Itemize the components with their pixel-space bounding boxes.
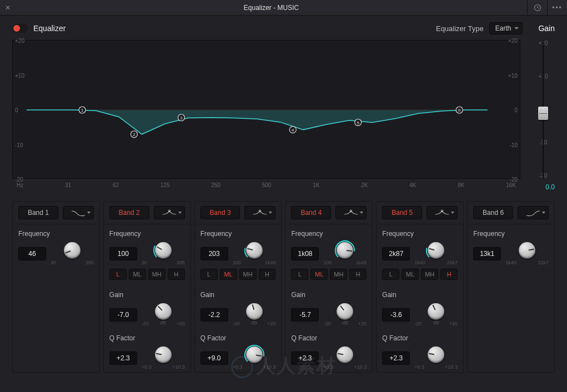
range-button-MH[interactable]: MH bbox=[239, 269, 257, 280]
svg-text:6: 6 bbox=[458, 108, 461, 113]
knob[interactable] bbox=[246, 303, 263, 320]
range-min: -20 bbox=[142, 321, 149, 326]
eq-point-6[interactable]: 6 bbox=[456, 107, 463, 113]
frequency-label: Frequency bbox=[200, 230, 276, 238]
frequency-value[interactable]: 13k1 bbox=[473, 247, 501, 260]
range-button-MH[interactable]: MH bbox=[148, 269, 165, 280]
frequency-label: Frequency bbox=[291, 230, 367, 238]
frequency-label: Frequency bbox=[18, 230, 94, 238]
qfactor-value[interactable]: +2.3 bbox=[109, 351, 137, 365]
knob[interactable] bbox=[428, 346, 444, 363]
eq-point-4[interactable]: 4 bbox=[289, 127, 296, 133]
svg-text:3: 3 bbox=[180, 115, 183, 120]
eq-type-dropdown[interactable]: Earth bbox=[489, 22, 523, 34]
range-button-MH[interactable]: MH bbox=[330, 269, 347, 280]
knob[interactable] bbox=[246, 242, 263, 259]
eq-point-2[interactable]: 2 bbox=[131, 131, 137, 138]
range-min: 1k40 bbox=[505, 260, 516, 265]
knob[interactable] bbox=[337, 346, 353, 363]
gain-label: Gain bbox=[109, 291, 185, 299]
band-toggle[interactable]: Band 5 bbox=[382, 206, 422, 219]
more-icon[interactable]: ••• bbox=[547, 0, 567, 16]
band-shape-dropdown[interactable] bbox=[426, 206, 458, 219]
x-tick: 4K bbox=[409, 182, 416, 188]
band-shape-dropdown[interactable] bbox=[518, 206, 549, 219]
band-toggle[interactable]: Band 2 bbox=[109, 206, 149, 219]
band-toggle[interactable]: Band 4 bbox=[291, 206, 331, 219]
range-button-ML[interactable]: ML bbox=[310, 269, 328, 280]
qfactor-value[interactable]: +9.0 bbox=[200, 351, 228, 365]
knob[interactable] bbox=[337, 242, 353, 259]
range-max: +20 bbox=[358, 321, 367, 326]
range-max: +10.3 bbox=[354, 364, 367, 370]
band-toggle[interactable]: Band 1 bbox=[18, 206, 58, 219]
range-button-L[interactable]: L bbox=[200, 269, 218, 280]
band-2: Band 2Frequency10030395LMLMHHGain-7.0-20… bbox=[103, 201, 191, 373]
master-gain-handle[interactable] bbox=[538, 107, 548, 120]
range-button-H[interactable]: H bbox=[259, 269, 276, 280]
gain-value[interactable]: -7.0 bbox=[109, 308, 137, 321]
band-shape-dropdown[interactable] bbox=[154, 206, 185, 219]
close-icon[interactable]: ✕ bbox=[0, 4, 16, 12]
header: Equalizer Equalizer Type Earth Gain bbox=[0, 16, 567, 40]
range-min: +0.3 bbox=[142, 364, 152, 370]
frequency-value[interactable]: 46 bbox=[18, 247, 46, 260]
band-shape-dropdown[interactable] bbox=[63, 206, 94, 219]
band-shape-dropdown[interactable] bbox=[244, 206, 275, 219]
knob[interactable] bbox=[519, 242, 535, 259]
knob[interactable] bbox=[64, 242, 81, 259]
gain-label: Gain bbox=[200, 291, 276, 299]
gain-value[interactable]: -3.6 bbox=[382, 308, 410, 321]
x-tick: 8K bbox=[458, 182, 464, 188]
range-button-L[interactable]: L bbox=[382, 269, 399, 280]
range-max: 395 bbox=[177, 260, 185, 265]
knob[interactable] bbox=[155, 346, 172, 363]
frequency-label: Frequency bbox=[109, 230, 185, 238]
range-max: +10.3 bbox=[263, 364, 276, 370]
frequency-value[interactable]: 2k87 bbox=[382, 247, 410, 260]
range-button-H[interactable]: H bbox=[349, 269, 367, 280]
range-button-H[interactable]: H bbox=[440, 269, 458, 280]
range-button-MH[interactable]: MH bbox=[421, 269, 438, 280]
x-tick: 1K bbox=[313, 182, 319, 188]
eq-graph[interactable]: +20+20+10+1000-10-10-20-20123456 bbox=[12, 40, 520, 179]
frequency-value[interactable]: 100 bbox=[109, 247, 137, 260]
range-max: 1k48 bbox=[356, 260, 367, 265]
gain-value[interactable]: -2.2 bbox=[200, 308, 228, 321]
range-button-L[interactable]: L bbox=[291, 269, 308, 280]
history-icon[interactable] bbox=[527, 0, 547, 16]
x-tick: 250 bbox=[211, 182, 220, 188]
band-shape-dropdown[interactable] bbox=[335, 206, 367, 219]
knob[interactable] bbox=[428, 303, 444, 320]
eq-point-1[interactable]: 1 bbox=[79, 107, 86, 113]
qfactor-value[interactable]: +2.3 bbox=[291, 351, 319, 365]
knob[interactable] bbox=[155, 303, 172, 320]
titlebar: ✕ Equalizer - MUSIC ••• bbox=[0, 0, 567, 16]
range-button-L[interactable]: L bbox=[109, 269, 127, 280]
range-button-H[interactable]: H bbox=[168, 269, 185, 280]
x-tick: 125 bbox=[160, 182, 170, 188]
range-min: 30 bbox=[51, 260, 56, 265]
enable-toggle[interactable] bbox=[12, 24, 28, 33]
knob[interactable] bbox=[155, 242, 172, 259]
svg-text:2: 2 bbox=[133, 132, 136, 137]
eq-point-5[interactable]: 5 bbox=[355, 119, 362, 126]
frequency-value[interactable]: 1k08 bbox=[291, 247, 319, 260]
range-min: 100 bbox=[323, 260, 332, 265]
band-toggle[interactable]: Band 6 bbox=[473, 206, 513, 219]
knob[interactable] bbox=[337, 303, 353, 320]
window-title: Equalizer - MUSIC bbox=[16, 4, 527, 12]
knob[interactable] bbox=[246, 346, 263, 363]
qfactor-value[interactable]: +2.3 bbox=[382, 351, 410, 365]
frequency-value[interactable]: 203 bbox=[200, 247, 228, 260]
gain-value[interactable]: -5.7 bbox=[291, 308, 319, 321]
eq-point-3[interactable]: 3 bbox=[178, 114, 184, 121]
knob[interactable] bbox=[428, 242, 444, 259]
range-max: +20 bbox=[449, 321, 458, 326]
band-toggle[interactable]: Band 3 bbox=[200, 206, 240, 219]
range-min: +0.3 bbox=[233, 364, 243, 370]
range-button-ML[interactable]: ML bbox=[129, 269, 146, 280]
range-button-ML[interactable]: ML bbox=[402, 269, 419, 280]
band-3: Band 3Frequency2031001k48LMLMHHGain-2.2-… bbox=[194, 201, 282, 373]
range-button-ML[interactable]: ML bbox=[220, 269, 237, 280]
